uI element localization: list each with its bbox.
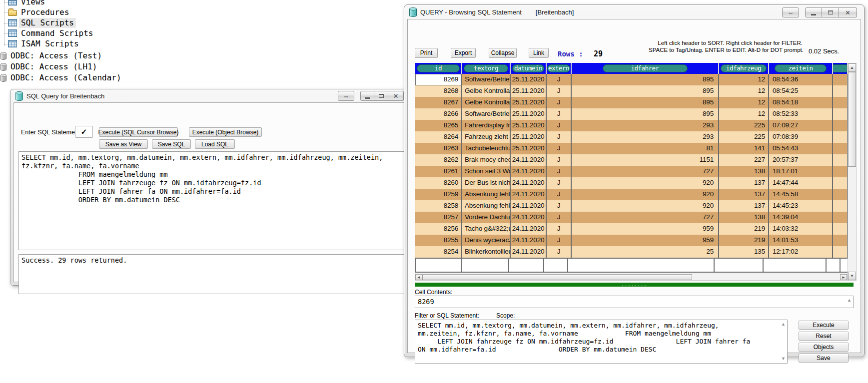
cell[interactable]: 219 [719,223,769,235]
scroll-up-icon[interactable]: ▲ [848,63,856,72]
cell[interactable]: Gelbe Kontrollam... [462,97,511,108]
cell[interactable]: Der Bus ist nicht ... [462,177,511,189]
cell[interactable]: J [547,97,572,108]
cell[interactable] [833,189,848,200]
cell[interactable]: 727 [572,166,719,177]
column-header-textorg[interactable]: textorg [462,63,511,74]
cell[interactable]: 227 [719,154,769,166]
cell[interactable]: 12 [719,85,769,97]
cell[interactable] [833,177,848,189]
objects-button[interactable]: Objects [799,343,849,352]
cell[interactable]: Blinkerkontollleuc... [462,246,511,258]
cell[interactable]: 07:09:27 [769,120,833,131]
cell[interactable] [833,108,848,120]
cell[interactable]: Fahrerdisplay frier... [462,120,511,131]
cell[interactable]: J [547,235,572,246]
maximize-button[interactable] [374,91,388,101]
cell[interactable]: 25.11.2020 [511,74,547,85]
cell[interactable]: 12 [719,74,769,85]
column-header-pill[interactable]: datumein [512,64,544,72]
cell[interactable]: 8265 [415,120,462,131]
cell[interactable]: 24.11.2020 [511,235,547,246]
cell[interactable]: 12:17:02 [769,246,833,258]
cell[interactable]: Vordere Dachluke ... [462,212,511,223]
cell[interactable]: J [547,120,572,131]
horizontal-scrollbar[interactable]: ◄ ► [415,274,848,281]
cell[interactable]: 895 [572,108,719,120]
cell[interactable]: 25 [572,246,719,258]
cell[interactable]: J [547,108,572,120]
cell[interactable] [833,154,848,166]
cell[interactable] [833,85,848,97]
cell[interactable]: 895 [572,97,719,108]
cell[interactable]: 8257 [415,212,462,223]
cell[interactable]: 138 [719,212,769,223]
cell[interactable]: 24.11.2020 [511,223,547,235]
cell[interactable]: 08:54:18 [769,97,833,108]
execute-cursor-button[interactable]: Execute (SQL Cursor Browse) [99,127,178,137]
cell[interactable] [833,143,848,154]
cell[interactable]: 14:01:53 [769,235,833,246]
cell[interactable]: 25.11.2020 [511,97,547,108]
cell[interactable]: 24.11.2020 [511,212,547,223]
column-header-pill[interactable]: idfahrer [603,64,688,72]
cell[interactable]: 137 [719,189,769,200]
cell[interactable]: J [547,154,572,166]
column-header-idfahrer[interactable]: idfahrer [572,63,719,74]
cell[interactable]: 14:45:23 [769,200,833,212]
tree-item[interactable]: Procedures [8,7,71,17]
cell[interactable]: 25.11.2020 [511,85,547,97]
cell[interactable]: 8263 [415,143,462,154]
cell[interactable]: 12 [719,108,769,120]
cell[interactable]: Tachobeleuchtung... [462,143,511,154]
cell[interactable]: 137 [719,200,769,212]
cell[interactable]: J [547,189,572,200]
cell[interactable]: 25.11.2020 [511,120,547,131]
execute-object-button[interactable]: Execute (Object Browse) [189,127,262,137]
column-header-pill[interactable]: id [417,64,460,72]
column-header-id[interactable]: id [415,63,462,74]
tree-item[interactable]: ODBC: Access (Test) [0,50,104,61]
cell[interactable] [833,246,848,258]
cell[interactable]: 05:54:43 [769,143,833,154]
collapse-button[interactable]: Collapse [489,48,517,58]
tree-item[interactable]: Command Scripts [8,28,95,38]
cell[interactable]: 14:39:04 [769,212,833,223]
cell[interactable]: J [547,200,572,212]
cell[interactable]: 8260 [415,177,462,189]
cell[interactable]: 18:17:01 [769,166,833,177]
cell[interactable]: 959 [572,235,719,246]
result-message-box[interactable]: Success. 29 rows returned. ▲ ▼ [18,254,409,294]
cell[interactable]: 81 [572,143,719,154]
cell[interactable]: 8261 [415,166,462,177]
cell[interactable]: 8268 [415,85,462,97]
cell[interactable]: 8255 [415,235,462,246]
cell[interactable]: 8267 [415,97,462,108]
cell[interactable]: Absenkung fehlerh... [462,189,511,200]
cell[interactable] [833,97,848,108]
cell[interactable] [833,200,848,212]
cell[interactable]: 225 [719,120,769,131]
column-header-datumein[interactable]: datumein [511,63,547,74]
cell[interactable]: 219 [719,235,769,246]
cell[interactable]: 895 [572,74,719,85]
cell[interactable]: 8256 [415,223,462,235]
cell[interactable] [833,120,848,131]
cell[interactable]: 8266 [415,108,462,120]
cell[interactable] [833,223,848,235]
tree-item[interactable]: ODBC: Access (LH1) [0,61,99,72]
cell[interactable]: 24.11.2020 [511,177,547,189]
cell[interactable]: 08:54:36 [769,74,833,85]
reset-button[interactable]: Reset [799,332,849,341]
column-header-pill[interactable]: idfahrzeug [721,64,767,72]
cell[interactable] [833,166,848,177]
tree-item[interactable]: Views [8,0,47,7]
tree-item[interactable]: ODBC: Access (Calendar) [0,72,123,83]
resize-arrows-button[interactable]: ⇔ [338,91,354,101]
scroll-left-icon[interactable]: ◄ [415,274,422,280]
cell[interactable]: J [547,246,572,258]
column-header-pill[interactable]: extern [547,64,570,72]
cell[interactable]: 24.11.2020 [511,166,547,177]
cell[interactable]: J [547,166,572,177]
export-button[interactable]: Export [451,48,476,58]
